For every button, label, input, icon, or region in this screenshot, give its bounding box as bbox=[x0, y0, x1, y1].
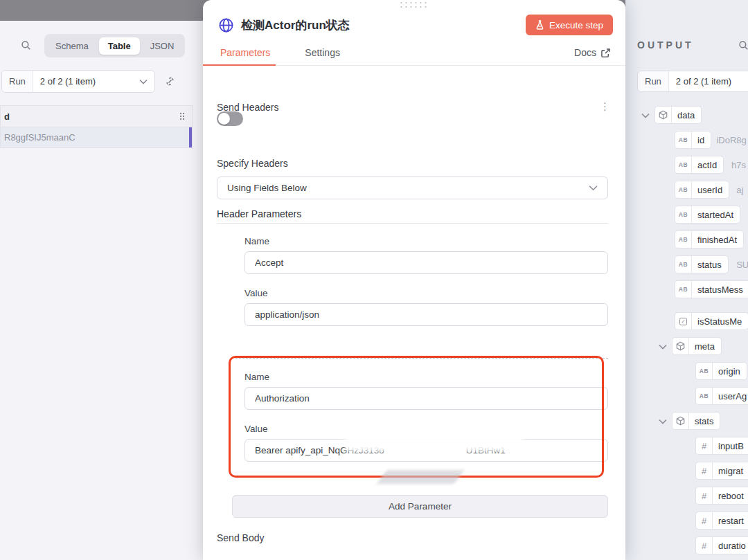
tree-key-pill[interactable]: data bbox=[655, 107, 701, 123]
add-parameter-button[interactable]: Add Parameter bbox=[232, 495, 608, 518]
selection-indicator bbox=[189, 127, 192, 147]
display-mode-tabs: Schema Table JSON bbox=[44, 34, 185, 57]
tab-schema[interactable]: Schema bbox=[46, 37, 98, 55]
tree-row-stats[interactable]: stats bbox=[625, 408, 748, 433]
tree-key-label: userId bbox=[692, 185, 729, 195]
tree-key-label: startedAt bbox=[692, 210, 740, 220]
string-type-icon: AB bbox=[675, 156, 692, 173]
string-type-icon: AB bbox=[675, 132, 692, 148]
toggle-off-top[interactable] bbox=[217, 111, 243, 126]
tree-key-label: status bbox=[692, 260, 728, 270]
tree-key-pill[interactable]: ABorigin bbox=[696, 363, 747, 379]
tree-key-label: restart bbox=[713, 516, 748, 526]
param-separator-dashed bbox=[235, 358, 608, 359]
number-type-icon: # bbox=[696, 487, 713, 504]
kebab-menu-icon[interactable]: ⋮ bbox=[600, 100, 610, 113]
tree-row-userId: ABuserIdaj bbox=[625, 177, 748, 202]
search-icon[interactable] bbox=[21, 40, 31, 51]
http-request-node-icon bbox=[218, 17, 234, 33]
tree-key-pill[interactable]: ABuserAg bbox=[696, 388, 748, 404]
tree-row-id: ABidiDoR8g bbox=[625, 127, 748, 152]
execute-step-button[interactable]: Execute step bbox=[526, 15, 613, 35]
param1-name-label: Name bbox=[244, 236, 269, 246]
external-link-icon bbox=[601, 48, 610, 57]
tree-key-pill[interactable]: ABfinishedAt bbox=[675, 231, 743, 248]
chevron-down-icon[interactable] bbox=[659, 415, 667, 427]
tree-key-label: id bbox=[692, 135, 711, 145]
specify-headers-label: Specify Headers bbox=[217, 158, 288, 169]
tree-row-isStatusMe: ✓isStatusMe bbox=[625, 309, 748, 334]
tree-row-actId: ABactIdh7s bbox=[625, 152, 748, 177]
tree-key-pill[interactable]: #migrat bbox=[696, 462, 748, 479]
param1-name-input[interactable]: Accept bbox=[244, 251, 608, 274]
tree-row-meta[interactable]: meta bbox=[625, 334, 748, 359]
run-label: Run bbox=[2, 71, 33, 92]
drag-handle-icon[interactable] bbox=[401, 2, 428, 9]
tab-json[interactable]: JSON bbox=[141, 37, 184, 55]
tree-row-status: ABstatusSU bbox=[625, 252, 748, 277]
tree-key-pill[interactable]: ABstartedAt bbox=[675, 206, 740, 223]
param2-name-label: Name bbox=[244, 372, 269, 382]
output-title: OUTPUT bbox=[637, 39, 694, 51]
flask-icon bbox=[535, 20, 544, 30]
docs-link[interactable]: Docs bbox=[574, 47, 625, 58]
tree-row-duratio: #duratio bbox=[625, 533, 748, 558]
tree-key-pill[interactable]: ABstatus bbox=[675, 256, 728, 273]
search-icon[interactable] bbox=[738, 40, 748, 51]
object-type-icon bbox=[673, 338, 689, 354]
tree-key-label: reboot bbox=[713, 491, 748, 501]
tree-row-origin: ABorigin bbox=[625, 359, 748, 383]
input-panel: Schema Table JSON Run 2 of 2 (1 item) d … bbox=[0, 0, 203, 560]
tree-key-pill[interactable]: #restart bbox=[696, 512, 748, 529]
tab-settings[interactable]: Settings bbox=[287, 40, 357, 65]
tab-table[interactable]: Table bbox=[99, 37, 140, 55]
tree-value: iDoR8g bbox=[716, 135, 746, 145]
column-header: d bbox=[4, 111, 10, 122]
chevron-down-icon[interactable] bbox=[659, 340, 667, 352]
tree-key-pill[interactable]: #inputB bbox=[696, 437, 748, 454]
tree-key-label: isStatusMe bbox=[692, 316, 748, 327]
tree-key-pill[interactable]: ABid bbox=[675, 132, 711, 148]
tree-row-reboot: #reboot bbox=[625, 483, 748, 508]
tree-key-pill[interactable]: ✓isStatusMe bbox=[675, 313, 748, 329]
tree-key-pill[interactable]: ABactId bbox=[675, 156, 723, 173]
chevron-down-icon[interactable] bbox=[641, 109, 650, 121]
param2-name-input[interactable]: Authorization bbox=[244, 387, 608, 410]
tree-key-pill[interactable]: meta bbox=[673, 338, 721, 354]
chevron-down-icon bbox=[589, 185, 598, 191]
object-type-icon bbox=[655, 107, 672, 123]
redaction-smudge bbox=[377, 470, 464, 484]
tab-parameters[interactable]: Parameters bbox=[203, 40, 287, 65]
tree-key-label: actId bbox=[692, 160, 723, 170]
tree-key-pill[interactable]: ABuserId bbox=[675, 181, 729, 198]
tree-key-pill[interactable]: #duratio bbox=[696, 537, 748, 554]
unlink-runs-icon[interactable] bbox=[164, 75, 176, 87]
modal-tab-bar: Parameters Settings Docs bbox=[203, 40, 625, 66]
tree-key-pill[interactable]: ABstatusMess bbox=[675, 281, 748, 298]
tree-key-label: inputB bbox=[713, 441, 748, 451]
tree-row-finishedAt: ABfinishedAt bbox=[625, 227, 748, 252]
output-panel: OUTPUT Run 2 of 2 (1 item) dataABidiDoR8… bbox=[625, 0, 748, 560]
tree-key-pill[interactable]: stats bbox=[673, 413, 720, 429]
table-row[interactable]: R8ggfSIJ5maanC bbox=[1, 127, 192, 147]
tree-key-label: origin bbox=[713, 366, 747, 377]
input-run-selector[interactable]: Run 2 of 2 (1 item) bbox=[1, 70, 155, 93]
table-header[interactable]: d bbox=[1, 106, 192, 127]
tree-row-migrat: #migrat bbox=[625, 458, 748, 483]
output-run-selector[interactable]: Run 2 of 2 (1 item) bbox=[637, 71, 748, 92]
tree-row-data[interactable]: data bbox=[625, 102, 748, 127]
tree-key-label: stats bbox=[689, 416, 720, 426]
string-type-icon: AB bbox=[675, 256, 692, 273]
param2-value-label: Value bbox=[244, 424, 268, 434]
tree-value: h7s bbox=[731, 160, 746, 170]
tree-row-inputB: #inputB bbox=[625, 433, 748, 458]
string-type-icon: AB bbox=[696, 363, 713, 379]
param1-value-input[interactable]: application/json bbox=[244, 303, 608, 326]
specify-headers-select[interactable]: Using Fields Below bbox=[217, 177, 608, 199]
number-type-icon: # bbox=[696, 512, 713, 529]
drag-handle-icon[interactable] bbox=[180, 113, 185, 120]
tree-value: aj bbox=[736, 185, 743, 195]
number-type-icon: # bbox=[696, 437, 713, 454]
tree-row-statusMess: ABstatusMess bbox=[625, 277, 748, 302]
tree-key-pill[interactable]: #reboot bbox=[696, 487, 748, 504]
